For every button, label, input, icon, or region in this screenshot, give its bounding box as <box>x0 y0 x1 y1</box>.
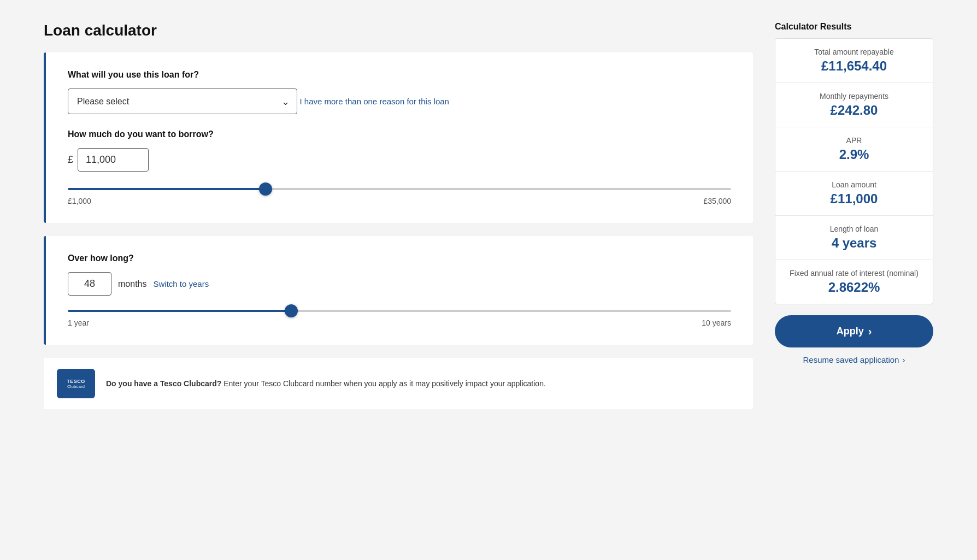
apply-button[interactable]: Apply › <box>775 315 933 347</box>
tesco-logo-text: TESCO <box>67 379 85 384</box>
term-slider[interactable] <box>68 310 731 312</box>
borrow-section: How much do you want to borrow? £ £1,000… <box>68 129 731 205</box>
total-amount-row: Total amount repayable £11,654.40 <box>775 39 933 83</box>
currency-symbol: £ <box>68 154 73 166</box>
loan-amount-result-label: Loan amount <box>786 180 922 189</box>
total-amount-label: Total amount repayable <box>786 48 922 56</box>
loan-slider-container <box>68 182 731 192</box>
monthly-label: Monthly repayments <box>786 92 922 101</box>
interest-rate-row: Fixed annual rate of interest (nominal) … <box>775 260 933 304</box>
loan-amount-input[interactable] <box>78 148 149 172</box>
term-slider-container <box>68 304 731 314</box>
clubcard-logo-subtext: Clubcard <box>67 384 85 389</box>
clubcard-logo: TESCO Clubcard <box>57 369 95 398</box>
resume-arrow-icon: › <box>902 355 905 364</box>
clubcard-normal-text: Enter your Tesco Clubcard number when yo… <box>223 379 546 388</box>
loan-amount-slider[interactable] <box>68 188 731 190</box>
loan-min-label: £1,000 <box>68 197 91 205</box>
loan-length-row: Length of loan 4 years <box>775 216 933 260</box>
results-card: Total amount repayable £11,654.40 Monthl… <box>775 38 933 304</box>
loan-slider-labels: £1,000 £35,000 <box>68 197 731 205</box>
apr-value: 2.9% <box>786 147 922 162</box>
interest-label: Fixed annual rate of interest (nominal) <box>786 269 922 278</box>
loan-purpose-select-wrapper: Please select Home improvements Car Debt… <box>68 89 297 114</box>
results-title: Calculator Results <box>775 22 933 32</box>
loan-purpose-card: What will you use this loan for? Please … <box>44 52 753 223</box>
loan-max-label: £35,000 <box>703 197 731 205</box>
term-label: Over how long? <box>68 254 731 263</box>
results-panel: Calculator Results Total amount repayabl… <box>775 22 933 409</box>
loan-amount-result-value: £11,000 <box>786 191 922 207</box>
amount-input-row: £ <box>68 148 731 172</box>
term-max-label: 10 years <box>702 319 731 327</box>
clubcard-bold-text: Do you have a Tesco Clubcard? <box>106 379 221 388</box>
clubcard-banner: TESCO Clubcard Do you have a Tesco Clubc… <box>44 358 753 409</box>
loan-length-label: Length of loan <box>786 225 922 233</box>
interest-value: 2.8622% <box>786 280 922 295</box>
apply-arrow-icon: › <box>868 325 872 338</box>
resume-label: Resume saved application <box>803 355 899 364</box>
term-min-label: 1 year <box>68 319 89 327</box>
months-input[interactable] <box>68 272 111 296</box>
monthly-repayments-row: Monthly repayments £242.80 <box>775 83 933 127</box>
clubcard-description: Do you have a Tesco Clubcard? Enter your… <box>106 378 546 390</box>
monthly-value: £242.80 <box>786 103 922 118</box>
apr-row: APR 2.9% <box>775 127 933 172</box>
months-row: months Switch to years <box>68 272 731 296</box>
term-card: Over how long? months Switch to years 1 … <box>44 236 753 345</box>
switch-to-years-link[interactable]: Switch to years <box>153 279 209 288</box>
total-amount-value: £11,654.40 <box>786 58 922 74</box>
page-title: Loan calculator <box>44 22 753 39</box>
loan-purpose-select[interactable]: Please select Home improvements Car Debt… <box>68 89 297 114</box>
months-unit: months <box>118 279 146 289</box>
loan-purpose-label: What will you use this loan for? <box>68 70 731 80</box>
resume-saved-application-link[interactable]: Resume saved application › <box>775 355 933 364</box>
borrow-label: How much do you want to borrow? <box>68 129 731 139</box>
apply-label: Apply <box>837 326 864 337</box>
loan-amount-row: Loan amount £11,000 <box>775 172 933 216</box>
apr-label: APR <box>786 136 922 145</box>
term-slider-labels: 1 year 10 years <box>68 319 731 327</box>
multi-reason-link[interactable]: I have more than one reason for this loa… <box>299 97 449 106</box>
loan-length-value: 4 years <box>786 235 922 251</box>
